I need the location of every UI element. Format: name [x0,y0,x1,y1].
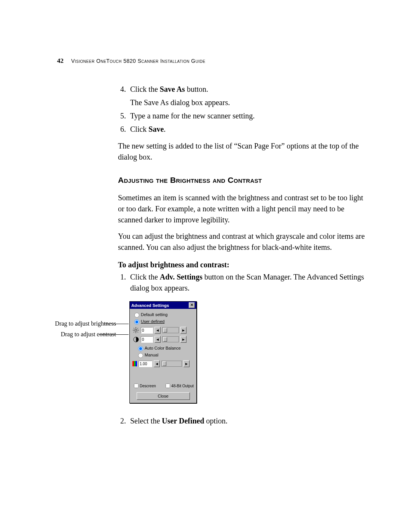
radio-default-setting[interactable]: Default setting [132,312,194,318]
gamma-icon [132,361,137,366]
brightness-decrease-button[interactable]: ◀ [155,327,161,334]
main-content: Click the Save As button. The Save As di… [118,84,365,427]
descreen-checkbox[interactable]: Descreen [132,382,156,389]
48bit-input[interactable] [166,383,170,388]
step-list-first: Click the Save As button. The Save As di… [118,84,365,135]
page-header: 42 Visioneer OneTouch 5820 Scanner Insta… [57,57,365,65]
gamma-decrease-button[interactable]: ◀ [154,360,160,367]
contrast-slider-row: 0 ◀ ▶ [132,336,194,343]
svg-line-6 [137,332,138,332]
dialog-title: Advanced Settings [131,303,169,308]
svg-line-7 [137,328,138,329]
contrast-decrease-button[interactable]: ◀ [155,336,161,343]
brightness-value[interactable]: 0 [141,327,153,334]
procedure-step-1: Click the Adv. Settings button on the Sc… [128,272,365,294]
brightness-slider-row: 0 ◀ ▶ [132,327,194,334]
gamma-thumb[interactable] [162,361,166,366]
svg-line-5 [134,328,134,329]
contrast-thumb[interactable] [163,337,167,342]
radio-manual[interactable]: Manual [136,352,194,358]
gamma-increase-button[interactable]: ▶ [183,360,190,367]
dialog-body: Default setting User defined 0 ◀ ▶ [130,309,196,403]
brightness-increase-button[interactable]: ▶ [180,327,186,334]
callout-contrast-line [98,334,129,335]
dialog-titlebar[interactable]: Advanced Settings ✕ [130,302,196,309]
descreen-input[interactable] [134,383,139,388]
brightness-icon [132,327,139,334]
step-5: Type a name for the new scanner setting. [128,110,365,121]
svg-point-0 [135,329,137,331]
contrast-icon [132,336,139,343]
gamma-value[interactable]: 1.00 [139,361,152,367]
running-head: Visioneer OneTouch 5820 Scanner Installa… [71,58,206,64]
paragraph-2: You can adjust the brightness and contra… [118,231,365,253]
page-number: 42 [57,57,64,65]
48bit-checkbox[interactable]: 48-Bit Output [164,382,194,389]
contrast-value[interactable]: 0 [141,336,153,343]
procedure-subhead: To adjust brightness and contrast: [118,260,365,269]
procedure-list: Click the Adv. Settings button on the Sc… [118,272,365,294]
paragraph-after-steps: The new setting is added to the list of … [118,141,365,163]
paragraph-1: Sometimes an item is scanned with the br… [118,192,365,225]
checkbox-row: Descreen 48-Bit Output [132,382,194,389]
svg-line-8 [134,332,134,332]
step-4: Click the Save As button. The Save As di… [128,84,365,108]
step-6: Click Save. [128,124,365,135]
contrast-track[interactable] [162,336,179,342]
section-heading: Adjusting the Brightness and Contrast [118,176,365,185]
radio-auto-color[interactable]: Auto Color Balance [136,345,194,351]
callout-brightness-line [104,324,129,324]
radio-default-input[interactable] [134,313,139,318]
gamma-slider-row: 1.00 ◀ ▶ [132,360,194,367]
procedure-list-2: Select the User Defined option. [118,415,365,427]
radio-user-defined[interactable]: User defined [132,318,194,324]
radio-manual-input[interactable] [138,353,143,358]
document-page: 42 Visioneer OneTouch 5820 Scanner Insta… [0,0,411,508]
brightness-track[interactable] [162,327,179,333]
advanced-settings-dialog: Advanced Settings ✕ Default setting User… [129,301,197,403]
radio-auto-color-input[interactable] [138,346,143,351]
gamma-track[interactable] [161,361,182,367]
close-icon[interactable]: ✕ [189,302,195,308]
radio-user-input[interactable] [134,320,139,324]
brightness-thumb[interactable] [163,328,167,332]
procedure-step-2: Select the User Defined option. [128,415,365,427]
dialog-illustration: Drag to adjust brightness Drag to adjust… [118,301,365,404]
contrast-increase-button[interactable]: ▶ [180,336,186,343]
close-button[interactable]: Close [137,392,190,400]
step-4-result: The Save As dialog box appears. [130,97,365,108]
